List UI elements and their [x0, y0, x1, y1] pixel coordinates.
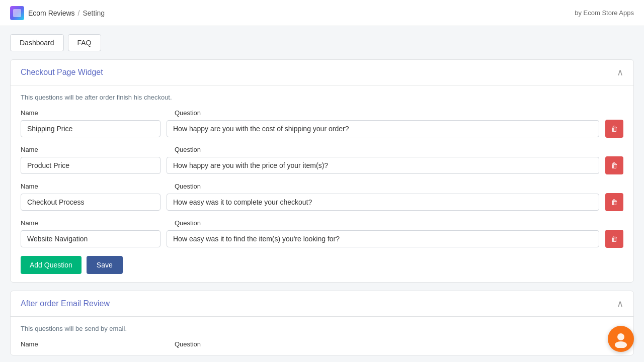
name-input-1[interactable]: [21, 157, 160, 174]
section2-body: This questions will be send by email. Na…: [11, 317, 633, 355]
section1-subtitle: This questions will be after order finis…: [21, 94, 623, 101]
field-labels-3: Name Question: [21, 219, 623, 227]
avatar-icon: [612, 330, 630, 348]
add-question-button[interactable]: Add Question: [21, 256, 82, 274]
main-content: Checkout Page Widget ∧ This questions wi…: [0, 51, 644, 362]
field-inputs-1: 🗑: [21, 156, 623, 174]
delete-btn-2[interactable]: 🗑: [605, 193, 623, 211]
svg-point-0: [617, 333, 624, 340]
section2-question-label: Question: [175, 340, 623, 348]
svg-point-1: [615, 341, 627, 348]
section2-subtitle: This questions will be send by email.: [21, 325, 623, 332]
section1-title: Checkout Page Widget: [21, 68, 103, 77]
question-input-0[interactable]: [167, 120, 599, 137]
name-input-0[interactable]: [21, 120, 160, 137]
question-input-3[interactable]: [167, 230, 599, 247]
section1-body: This questions will be after order finis…: [11, 85, 633, 282]
name-label-0: Name: [21, 109, 167, 117]
question-row: Name Question 🗑: [21, 183, 623, 211]
name-input-3[interactable]: [21, 230, 160, 247]
delete-btn-0[interactable]: 🗑: [605, 120, 623, 138]
breadcrumb-app-name: Ecom Reviews: [28, 9, 75, 17]
action-buttons: Add Question Save: [21, 256, 623, 274]
breadcrumb: Ecom Reviews / Setting: [28, 9, 105, 17]
app-icon: [10, 6, 24, 20]
questions-container: Name Question 🗑 Name Question 🗑: [21, 109, 623, 248]
name-label-2: Name: [21, 183, 167, 190]
email-review-section: After order Email Review ∧ This question…: [10, 291, 634, 355]
question-input-2[interactable]: [167, 194, 599, 211]
section2-collapse-btn[interactable]: ∧: [617, 299, 623, 308]
nav-tabs: Dashboard FAQ: [0, 26, 644, 51]
name-input-2[interactable]: [21, 194, 160, 211]
question-label-2: Question: [175, 183, 623, 190]
delete-btn-1[interactable]: 🗑: [605, 156, 623, 174]
app-header: Ecom Reviews / Setting by Ecom Store App…: [0, 0, 644, 26]
section2-title: After order Email Review: [21, 299, 110, 308]
trash-icon-2: 🗑: [611, 198, 618, 206]
question-row: Name Question 🗑: [21, 146, 623, 174]
tab-dashboard[interactable]: Dashboard: [10, 34, 64, 51]
support-avatar[interactable]: [608, 326, 634, 352]
trash-icon-3: 🗑: [611, 235, 618, 243]
question-label-1: Question: [175, 146, 623, 153]
section1-collapse-btn[interactable]: ∧: [617, 68, 623, 77]
field-labels-1: Name Question: [21, 146, 623, 153]
question-row: Name Question 🗑: [21, 109, 623, 138]
trash-icon-0: 🗑: [611, 125, 618, 133]
field-inputs-3: 🗑: [21, 230, 623, 248]
header-left: Ecom Reviews / Setting: [10, 6, 105, 20]
breadcrumb-separator: /: [78, 9, 80, 17]
delete-btn-3[interactable]: 🗑: [605, 230, 623, 248]
field-labels-0: Name Question: [21, 109, 623, 117]
field-inputs-2: 🗑: [21, 193, 623, 211]
question-label-3: Question: [175, 219, 623, 227]
header-by-label: by Ecom Store Apps: [575, 9, 634, 17]
save-button[interactable]: Save: [87, 256, 123, 274]
question-input-1[interactable]: [167, 157, 599, 174]
tab-faq[interactable]: FAQ: [68, 34, 101, 51]
name-label-1: Name: [21, 146, 167, 153]
section2-name-label: Name: [21, 340, 167, 348]
question-label-0: Question: [175, 109, 623, 117]
trash-icon-1: 🗑: [611, 161, 618, 169]
field-labels-2: Name Question: [21, 183, 623, 190]
question-row: Name Question 🗑: [21, 219, 623, 248]
checkout-widget-section: Checkout Page Widget ∧ This questions wi…: [10, 59, 634, 283]
section1-header: Checkout Page Widget ∧: [11, 60, 633, 85]
breadcrumb-page: Setting: [83, 9, 105, 17]
field-inputs-0: 🗑: [21, 120, 623, 138]
name-label-3: Name: [21, 219, 167, 227]
section2-field-labels: Name Question: [21, 340, 623, 348]
section2-header: After order Email Review ∧: [11, 291, 633, 317]
